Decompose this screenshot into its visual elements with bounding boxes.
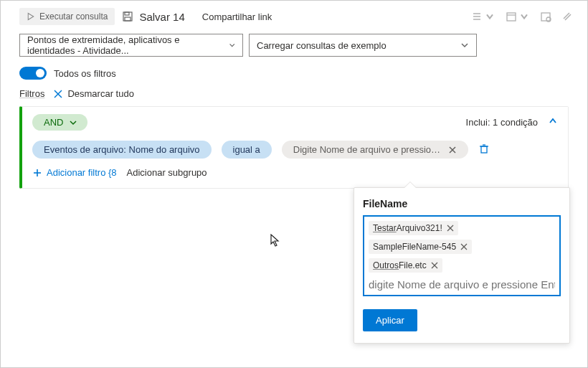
apply-button[interactable]: Aplicar	[363, 309, 417, 331]
delete-condition-button[interactable]	[478, 143, 490, 157]
svg-rect-3	[125, 17, 131, 21]
chevron-down-icon	[229, 41, 235, 49]
list-view-button[interactable]	[471, 11, 495, 22]
condition-count-label: Inclui: 1 condição	[466, 117, 538, 128]
filename-chip-label: SampleFileName-545	[373, 242, 456, 252]
chevron-down-icon	[484, 11, 495, 22]
scope-dropdown-label: Pontos de extremidade, aplicativos e ide…	[27, 34, 229, 56]
operator-condition-pill[interactable]: igual a	[222, 141, 272, 159]
save-button[interactable]: Salvar 14	[122, 11, 184, 23]
filename-chip[interactable]: SampleFileName-545	[369, 240, 472, 254]
filename-input[interactable]	[367, 275, 556, 295]
toolbar: Executar consulta Salvar 14 Compartilhar…	[1, 1, 587, 31]
calendar-icon	[506, 11, 517, 22]
filename-chip-label: TestarArquivo321!	[373, 223, 442, 233]
save-label: Salvar 14	[139, 11, 184, 23]
sample-queries-label: Carregar consultas de exemplo	[257, 40, 387, 51]
filename-popup: FileName TestarArquivo321! SampleFileNam…	[354, 187, 570, 344]
all-filters-toggle-row: Todos os filtros	[1, 64, 587, 88]
svg-marker-0	[28, 14, 34, 20]
chevron-up-icon	[548, 116, 558, 126]
chevron-down-icon	[460, 41, 469, 49]
filename-chips-box[interactable]: TestarArquivo321! SampleFileName-545 Out…	[363, 215, 561, 296]
collapse-button[interactable]	[548, 116, 558, 129]
filename-chip-label: OutrosFile.etc	[373, 260, 427, 270]
chevron-down-icon	[518, 11, 530, 22]
value-pill-label: Digite Nome de arquivo e pressione ...	[293, 144, 441, 155]
operator-pill[interactable]: AND	[32, 114, 87, 131]
edit-button[interactable]	[561, 11, 573, 22]
filename-chip[interactable]: OutrosFile.etc	[369, 258, 442, 273]
svg-rect-15	[481, 146, 487, 153]
calendar-view-button[interactable]	[506, 11, 530, 22]
svg-rect-2	[125, 12, 129, 15]
operator-label: AND	[44, 117, 63, 128]
play-icon	[27, 12, 35, 21]
clear-all-label: Desmarcar tudo	[67, 88, 133, 99]
sample-queries-dropdown[interactable]: Carregar consultas de exemplo	[249, 34, 477, 57]
filters-label: Filtros	[19, 88, 44, 99]
refresh-icon	[540, 11, 551, 22]
close-icon[interactable]	[447, 225, 454, 232]
refresh-button[interactable]	[540, 11, 551, 22]
save-icon	[122, 11, 133, 22]
close-icon	[53, 89, 63, 99]
close-icon[interactable]	[460, 243, 468, 250]
field-pill[interactable]: Eventos de arquivo: Nome do arquivo	[32, 141, 212, 159]
scope-dropdown[interactable]: Pontos de extremidade, aplicativos e ide…	[19, 34, 243, 57]
close-icon[interactable]	[448, 146, 457, 154]
svg-rect-7	[507, 13, 516, 21]
add-filter-button[interactable]: Adicionar filtro {8	[32, 167, 117, 178]
filter-group-card: AND Inclui: 1 condição Eventos de arquiv…	[19, 106, 569, 189]
add-subgroup-button[interactable]: Adicionar subgrupo	[127, 167, 207, 178]
svg-marker-20	[271, 235, 278, 246]
close-icon[interactable]	[431, 262, 438, 269]
filename-popup-title: FileName	[363, 198, 561, 209]
share-link-button[interactable]: Compartilhar link	[202, 11, 272, 22]
filename-chip[interactable]: TestarArquivo321!	[369, 221, 458, 235]
run-query-label: Executar consulta	[39, 11, 108, 22]
edit-icon	[561, 11, 573, 22]
all-filters-toggle[interactable]	[19, 67, 47, 80]
view-tools	[471, 11, 573, 22]
all-filters-label: Todos os filtros	[54, 68, 116, 79]
dropdown-row: Pontos de extremidade, aplicativos e ide…	[1, 31, 587, 64]
chevron-down-icon	[69, 118, 77, 127]
add-filter-label: Adicionar filtro {8	[47, 167, 117, 178]
run-query-button[interactable]: Executar consulta	[19, 8, 115, 25]
list-icon	[471, 11, 483, 22]
filters-header: Filtros Desmarcar tudo	[1, 88, 587, 106]
trash-icon	[478, 143, 490, 154]
clear-all-button[interactable]: Desmarcar tudo	[53, 88, 133, 99]
mouse-cursor-icon	[270, 234, 280, 247]
plus-icon	[32, 168, 42, 178]
value-pill[interactable]: Digite Nome de arquivo e pressione ...	[282, 141, 468, 159]
